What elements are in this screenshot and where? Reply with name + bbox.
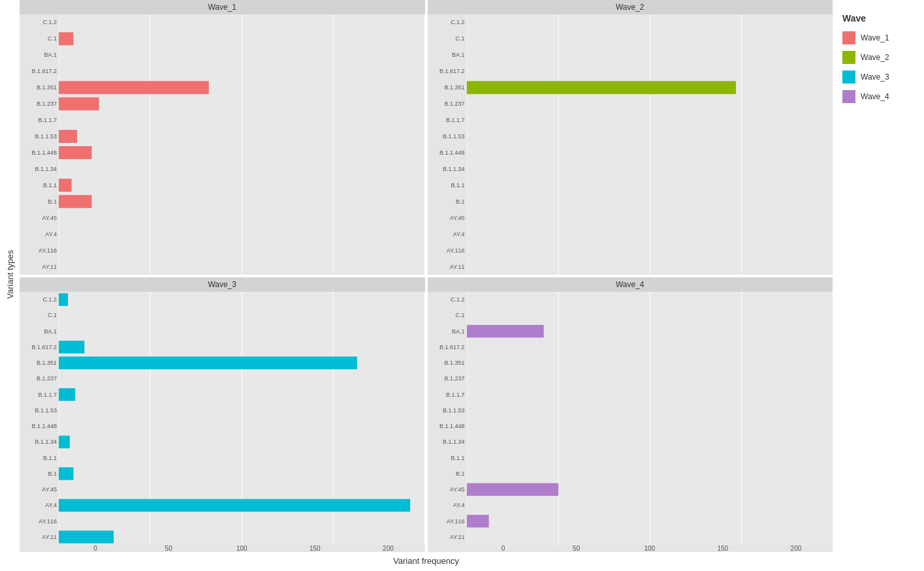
variant-label: B.1 [48, 198, 57, 205]
legend-swatch [842, 70, 855, 84]
variant-label: B.1.1.7 [446, 392, 465, 398]
wave4-svg [467, 292, 833, 545]
legend-item: Wave_1 [842, 31, 917, 44]
y-axis-title: Variant types [5, 250, 15, 299]
variant-label: AY.11 [42, 534, 57, 540]
svg-rect-83 [467, 325, 544, 337]
variant-label: AY.116 [447, 518, 465, 525]
wave3-title: Wave_3 [20, 277, 425, 292]
variant-label: C.1 [48, 35, 57, 42]
svg-rect-74 [59, 467, 73, 480]
variant-label: B.1.1.7 [446, 117, 465, 123]
svg-rect-50 [59, 81, 209, 94]
variant-label: AY.4 [45, 502, 57, 508]
wave2-panel: Wave_2C.1.2C.1BA.1B.1.617.2B.1.351B.1.23… [428, 0, 833, 275]
variant-label: C.1 [455, 35, 464, 42]
variant-label: AY.4 [45, 231, 57, 238]
svg-rect-62 [467, 81, 736, 94]
wave1-title: Wave_1 [20, 0, 425, 14]
x-tick-label: 150 [278, 545, 351, 552]
svg-rect-54 [59, 179, 72, 192]
variant-label: B.1.1.53 [35, 407, 57, 414]
variant-label: B.1.1 [451, 182, 464, 189]
variant-label: AY.45 [450, 215, 465, 221]
variant-label: B.1 [456, 198, 465, 205]
wave3-y-labels: C.1.2C.1BA.1B.1.617.2B.1.351B.1.237B.1.1… [20, 292, 59, 545]
x-tick-label: 0 [467, 545, 540, 552]
svg-rect-84 [467, 483, 558, 495]
variant-label: B.1.1.448 [439, 149, 465, 156]
variant-label: B.1 [48, 471, 57, 477]
x-tick-label: 0 [59, 545, 132, 552]
variant-label: B.1.237 [444, 100, 464, 107]
variant-label: AY.4 [453, 231, 465, 238]
variant-label: B.1.617.2 [31, 68, 57, 74]
svg-rect-75 [59, 499, 410, 512]
variant-label: C.1 [48, 312, 57, 318]
variant-label: B.1.1.34 [35, 439, 57, 445]
variant-label: B.1.351 [444, 360, 464, 366]
svg-rect-70 [59, 341, 84, 353]
variant-label: B.1.1.34 [443, 439, 465, 445]
wave4-x-ticks: 050100150200 [428, 545, 833, 552]
variant-label: B.1.351 [37, 360, 57, 366]
wave4-y-labels: C.1.2C.1BA.1B.1.617.2B.1.351B.1.237B.1.1… [428, 292, 467, 545]
legend-item: Wave_4 [842, 90, 917, 103]
variant-label: B.1.1.34 [35, 166, 57, 172]
wave3-panel: Wave_3C.1.2C.1BA.1B.1.617.2B.1.351B.1.23… [20, 277, 425, 552]
svg-rect-76 [59, 531, 114, 543]
legend-label: Wave_3 [861, 72, 889, 82]
variant-label: B.1.617.2 [439, 344, 465, 350]
x-tick-label: 50 [132, 545, 205, 552]
wave2-title: Wave_2 [428, 0, 833, 14]
legend-swatch [842, 31, 855, 44]
legend-label: Wave_2 [861, 53, 889, 62]
legend-swatch [842, 51, 855, 64]
legend-container: WaveWave_1Wave_2Wave_3Wave_4 [833, 0, 924, 571]
variant-label: C.1.2 [451, 19, 465, 25]
variant-label: AY.116 [39, 518, 57, 525]
wave1-y-labels: C.1.2C.1BA.1B.1.617.2B.1.351B.1.237B.1.1… [20, 14, 59, 275]
variant-label: B.1.1.53 [443, 407, 465, 414]
svg-rect-49 [59, 32, 73, 45]
wave3-svg [59, 292, 425, 545]
variant-label: B.1.351 [37, 84, 57, 91]
variant-label: B.1.1 [451, 455, 464, 461]
variant-label: B.1.1.34 [443, 166, 465, 172]
svg-rect-72 [59, 388, 75, 401]
variant-label: C.1.2 [451, 296, 465, 303]
x-tick-label: 100 [205, 545, 278, 552]
x-tick-label: 50 [540, 545, 613, 552]
svg-rect-85 [467, 515, 489, 527]
variant-label: C.1 [455, 312, 464, 318]
x-tick-label: 150 [686, 545, 759, 552]
legend-item: Wave_3 [842, 70, 917, 84]
wave4-title: Wave_4 [428, 277, 833, 292]
variant-label: C.1.2 [42, 19, 57, 25]
wave1-svg [59, 14, 425, 275]
variant-label: C.1.2 [42, 296, 57, 303]
variant-label: B.1.617.2 [31, 344, 57, 350]
variant-label: AY.11 [450, 264, 465, 270]
legend-swatch [842, 90, 855, 103]
svg-rect-53 [59, 146, 91, 159]
variant-label: B.1.1.448 [31, 149, 57, 156]
x-axis-title: Variant frequency [20, 552, 833, 571]
variant-label: B.1.351 [444, 84, 464, 91]
variant-label: B.1.1 [43, 455, 57, 461]
svg-rect-71 [59, 356, 357, 369]
svg-rect-51 [59, 97, 99, 110]
variant-label: B.1.1.53 [35, 133, 57, 140]
wave2-y-labels: C.1.2C.1BA.1B.1.617.2B.1.351B.1.237B.1.1… [428, 14, 467, 275]
wave1-panel: Wave_1C.1.2C.1BA.1B.1.617.2B.1.351B.1.23… [20, 0, 425, 275]
variant-label: B.1 [456, 471, 465, 477]
x-tick-label: 200 [351, 545, 424, 552]
variant-label: B.1.237 [444, 375, 464, 382]
variant-label: AY.11 [42, 264, 57, 270]
svg-rect-69 [59, 293, 68, 305]
variant-label: AY.45 [42, 486, 57, 493]
variant-label: B.1.1.448 [439, 423, 465, 429]
variant-label: BA.1 [44, 328, 57, 335]
legend-item: Wave_2 [842, 51, 917, 64]
legend-label: Wave_1 [861, 33, 889, 42]
